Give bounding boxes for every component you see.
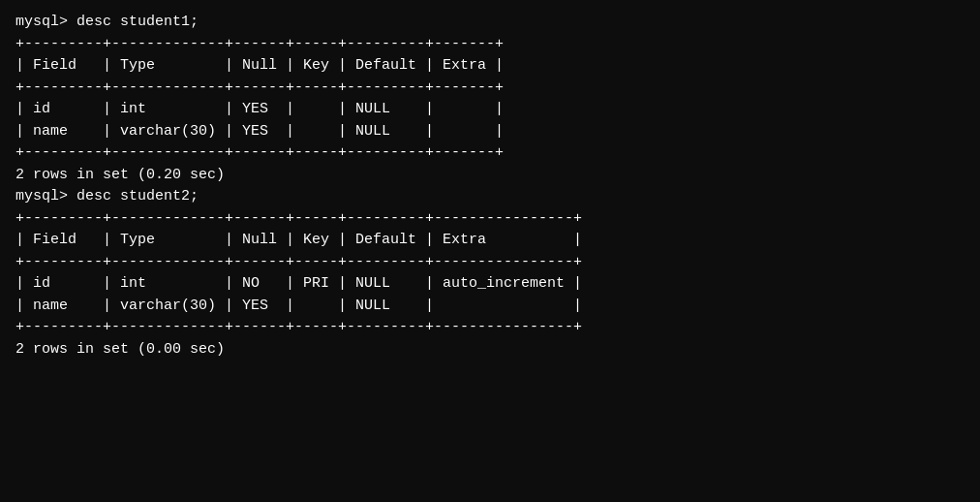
terminal-line: | name | varchar(30) | YES | | NULL | | [15,121,965,143]
terminal-line: +---------+-------------+------+-----+--… [15,78,965,100]
terminal-line: | Field | Type | Null | Key | Default | … [15,55,965,78]
terminal-line: +---------+-------------+------+-----+--… [15,252,965,274]
terminal-line: | Field | Type | Null | Key | Default | … [15,230,965,252]
terminal-line: 2 rows in set (0.20 sec) [15,165,965,187]
terminal-line: | id | int | YES | | NULL | | [15,99,965,121]
terminal-line: mysql> desc student2; [15,186,965,208]
terminal-line: | id | int | NO | PRI | NULL | auto_incr… [15,273,965,296]
terminal-line: +---------+-------------+------+-----+--… [15,208,965,231]
terminal-line: +---------+-------------+------+-----+--… [15,142,965,165]
terminal-line: +---------+-------------+------+-----+--… [15,317,965,339]
terminal-line: mysql> desc student1; [15,12,965,34]
terminal-line: +---------+-------------+------+-----+--… [15,34,965,56]
terminal-output: mysql> desc student1;+---------+--------… [15,12,965,361]
terminal-line: | name | varchar(30) | YES | | NULL | | [15,296,965,318]
terminal-line: 2 rows in set (0.00 sec) [15,339,965,361]
